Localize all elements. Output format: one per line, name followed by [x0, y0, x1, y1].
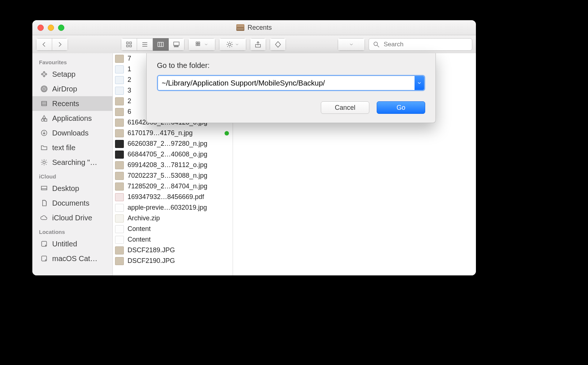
- download-icon: [40, 129, 49, 137]
- dialog-buttons: Cancel Go: [157, 101, 425, 114]
- file-row[interactable]: 66844705_2…40608_o.jpg: [113, 149, 233, 160]
- cancel-button[interactable]: Cancel: [321, 101, 369, 114]
- file-thumbnail: [115, 182, 124, 191]
- dialog-label: Go to the folder:: [157, 61, 425, 70]
- sidebar-item-documents[interactable]: Documents: [32, 196, 112, 210]
- search-icon: [373, 41, 380, 48]
- path-combobox[interactable]: [157, 75, 425, 91]
- group-by-button[interactable]: [188, 38, 215, 51]
- sidebar-item-airdrop[interactable]: AirDrop: [32, 82, 112, 96]
- file-row[interactable]: 6170179…4176_n.jpg: [113, 128, 233, 138]
- svg-rect-3: [130, 45, 132, 47]
- gallery-view-button[interactable]: [169, 38, 184, 51]
- list-view-button[interactable]: [137, 38, 153, 51]
- zoom-window-button[interactable]: [58, 25, 64, 31]
- sidebar-item-searching-[interactable]: Searching "…: [32, 155, 112, 170]
- file-row[interactable]: DSCF2190.JPG: [113, 256, 233, 266]
- sidebar-item-label: Untitled: [52, 240, 77, 248]
- docs-icon: [40, 199, 49, 207]
- sidebar-item-text-file[interactable]: text file: [32, 140, 112, 155]
- nav-buttons: [36, 38, 68, 51]
- column-view-button[interactable]: [153, 38, 169, 51]
- svg-point-22: [43, 88, 45, 90]
- apps-icon: [40, 114, 49, 123]
- minimize-window-button[interactable]: [48, 25, 54, 31]
- file-thumbnail: [115, 87, 124, 95]
- file-row[interactable]: Content: [113, 234, 233, 245]
- file-name: apple-previe…6032019.jpg: [128, 204, 207, 212]
- sidebar-item-label: Downloads: [52, 129, 89, 137]
- file-row[interactable]: 69914208_3…78112_o.jpg: [113, 160, 233, 170]
- tags-button[interactable]: [270, 38, 286, 51]
- file-name: Content: [128, 236, 151, 243]
- close-window-button[interactable]: [37, 25, 44, 31]
- file-thumbnail: [115, 151, 124, 159]
- sidebar-item-label: text file: [52, 144, 75, 152]
- file-row[interactable]: Content: [113, 224, 233, 234]
- file-thumbnail: [115, 108, 124, 116]
- disk-icon: [40, 239, 49, 248]
- gear-icon: [40, 158, 49, 167]
- svg-point-23: [42, 87, 46, 91]
- file-name: 2: [128, 76, 131, 84]
- svg-rect-15: [198, 42, 200, 43]
- window-title: Recents: [32, 24, 476, 32]
- toolbar: [32, 35, 476, 54]
- file-row[interactable]: 70202237_5…53088_n.jpg: [113, 170, 233, 181]
- file-thumbnail: [115, 97, 124, 105]
- window-title-text: Recents: [247, 24, 272, 32]
- file-thumbnail: [115, 129, 124, 137]
- path-dropdown-button[interactable]: [338, 38, 365, 51]
- share-button[interactable]: [250, 38, 266, 51]
- sidebar-item-applications[interactable]: Applications: [32, 111, 112, 126]
- sidebar-item-desktop[interactable]: Desktop: [32, 181, 112, 196]
- svg-rect-0: [126, 42, 128, 44]
- file-name: 1: [128, 65, 131, 73]
- file-row[interactable]: 71285209_2…84704_n.jpg: [113, 181, 233, 192]
- path-history-dropdown[interactable]: [415, 76, 424, 90]
- svg-rect-17: [198, 44, 200, 46]
- sidebar-item-icloud-drive[interactable]: iCloud Drive: [32, 210, 112, 225]
- back-button[interactable]: [36, 38, 52, 51]
- sidebar-item-macos-cat-[interactable]: macOS Cat…: [32, 251, 112, 266]
- svg-point-18: [229, 43, 231, 46]
- svg-rect-16: [196, 44, 198, 46]
- file-row[interactable]: 169347932…8456669.pdf: [113, 192, 233, 202]
- svg-rect-14: [196, 42, 198, 43]
- sidebar-item-label: Desktop: [52, 184, 79, 193]
- file-name: Content: [128, 225, 151, 233]
- airdrop-icon: [40, 84, 49, 93]
- go-button[interactable]: Go: [377, 101, 425, 114]
- sidebar-item-untitled[interactable]: Untitled: [32, 236, 112, 251]
- icon-view-button[interactable]: [121, 38, 137, 51]
- file-row[interactable]: apple-previe…6032019.jpg: [113, 202, 233, 213]
- sidebar-item-label: macOS Cat…: [52, 254, 97, 263]
- file-row[interactable]: 66260387_2…97280_n.jpg: [113, 138, 233, 149]
- svg-point-20: [374, 42, 377, 46]
- sidebar-item-setapp[interactable]: Setapp: [32, 67, 112, 82]
- file-row[interactable]: DSCF2189.JPG: [113, 245, 233, 256]
- file-name: 6170179…4176_n.jpg: [128, 129, 193, 137]
- file-thumbnail: [115, 225, 124, 233]
- svg-rect-30: [42, 186, 47, 190]
- file-thumbnail: [115, 214, 124, 223]
- forward-button[interactable]: [52, 38, 68, 51]
- svg-point-33: [45, 245, 46, 246]
- svg-rect-2: [126, 45, 128, 47]
- file-name: DSCF2190.JPG: [128, 257, 175, 265]
- sidebar-item-downloads[interactable]: Downloads: [32, 126, 112, 140]
- file-thumbnail: [115, 55, 124, 63]
- file-row[interactable]: Archive.zip: [113, 213, 233, 224]
- file-name: Archive.zip: [128, 214, 160, 222]
- sidebar-item-recents[interactable]: Recents: [32, 96, 112, 111]
- search-field[interactable]: [369, 38, 472, 51]
- setapp-icon: [40, 70, 49, 79]
- titlebar[interactable]: Recents: [32, 20, 476, 35]
- action-menu-button[interactable]: [219, 38, 246, 51]
- file-name: 66260387_2…97280_n.jpg: [128, 140, 207, 148]
- svg-rect-11: [174, 46, 175, 47]
- path-input[interactable]: [158, 76, 415, 90]
- search-input[interactable]: [383, 40, 468, 48]
- file-thumbnail: [115, 193, 124, 201]
- file-thumbnail: [115, 119, 124, 127]
